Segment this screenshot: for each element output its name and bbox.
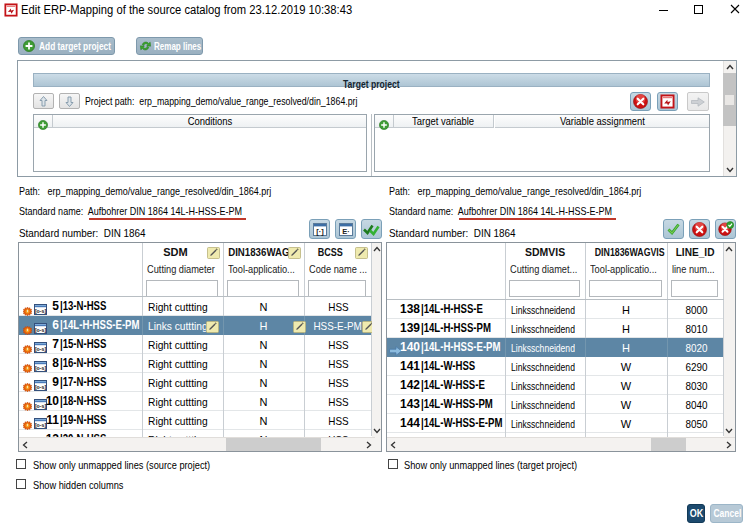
svg-text:[·]: [·] [316, 226, 324, 235]
svg-text:E·: E· [342, 226, 350, 235]
